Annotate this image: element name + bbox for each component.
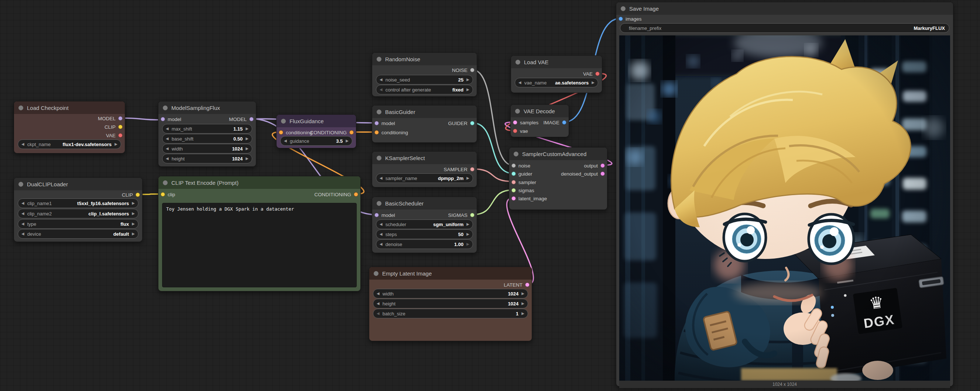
latent-port-dot[interactable]	[513, 120, 517, 125]
left-arrow-icon[interactable]: ◀	[21, 222, 24, 226]
left-arrow-icon[interactable]: ◀	[21, 201, 24, 205]
output-clip[interactable]: CLIP	[105, 123, 123, 130]
collapse-dot-icon[interactable]	[19, 182, 23, 187]
left-arrow-icon[interactable]: ◀	[380, 78, 383, 82]
node-header[interactable]: VAE Decode	[511, 105, 569, 117]
node-header[interactable]: FluxGuidance	[277, 115, 356, 127]
input-conditioning[interactable]: conditioning	[279, 129, 312, 136]
input-guider[interactable]: guider	[511, 170, 533, 177]
latent-output-port-dot[interactable]	[600, 171, 605, 176]
output-vae[interactable]: VAE	[583, 70, 600, 77]
vae-port-dot[interactable]	[595, 71, 600, 76]
node-load-checkpoint[interactable]: Load Checkpoint MODEL CLIP VAE ◀ ckpt_na…	[14, 101, 125, 154]
output-guider[interactable]: GUIDER	[448, 120, 474, 127]
right-arrow-icon[interactable]: ▶	[466, 78, 469, 82]
node-graph-canvas[interactable]: Load Checkpoint MODEL CLIP VAE ◀ ckpt_na…	[0, 0, 980, 391]
input-model[interactable]: model	[374, 212, 395, 218]
widget-max-shift[interactable]: ◀ max_shift 1.15 ▶	[162, 124, 252, 133]
output-model[interactable]: MODEL	[229, 116, 254, 122]
widget-clip-name1[interactable]: ◀ clip_name1 t5xxl_fp16.safetensors ▶	[18, 198, 138, 208]
noise-port-dot[interactable]	[470, 68, 474, 72]
node-load-vae[interactable]: Load VAE VAE ◀ vae_name ae.safetensors ▶	[511, 55, 602, 93]
left-arrow-icon[interactable]: ◀	[377, 312, 380, 315]
node-header[interactable]: BasicGuider	[372, 106, 477, 118]
widget-steps[interactable]: ◀ steps 50 ▶	[376, 230, 473, 239]
node-vae-decode[interactable]: VAE Decode samples vae IMAGE	[510, 104, 569, 137]
right-arrow-icon[interactable]: ▶	[522, 312, 524, 315]
left-arrow-icon[interactable]: ◀	[166, 157, 169, 160]
right-arrow-icon[interactable]: ▶	[466, 176, 469, 180]
right-arrow-icon[interactable]: ▶	[132, 212, 135, 215]
collapse-dot-icon[interactable]	[377, 109, 382, 114]
sigmas-port-dot[interactable]	[511, 188, 516, 193]
node-ksampler-select[interactable]: KSamplerSelect SAMPLER ◀ sampler_name dp…	[372, 151, 477, 187]
widget-device[interactable]: ◀ device default ▶	[18, 229, 138, 239]
model-port-dot[interactable]	[374, 213, 379, 217]
latent-port-dot[interactable]	[525, 283, 530, 287]
conditioning-port-dot[interactable]	[354, 192, 358, 196]
latent-port-dot[interactable]	[511, 196, 516, 201]
guider-port-dot[interactable]	[511, 171, 516, 176]
collapse-dot-icon[interactable]	[377, 201, 382, 206]
left-arrow-icon[interactable]: ◀	[21, 142, 24, 146]
model-port-dot[interactable]	[374, 121, 379, 125]
node-header[interactable]: KSamplerSelect	[372, 152, 477, 164]
right-arrow-icon[interactable]: ▶	[466, 242, 469, 246]
collapse-dot-icon[interactable]	[374, 271, 379, 276]
widget-base-shift[interactable]: ◀ base_shift 0.50 ▶	[162, 134, 252, 144]
right-arrow-icon[interactable]: ▶	[115, 142, 118, 146]
node-flux-guidance[interactable]: FluxGuidance conditioning CONDITIONING ◀…	[276, 114, 356, 148]
node-model-sampling-flux[interactable]: ModelSamplingFlux model MODEL ◀ max_shif…	[158, 101, 256, 167]
model-port-dot[interactable]	[161, 117, 165, 121]
right-arrow-icon[interactable]: ▶	[132, 201, 135, 205]
output-clip[interactable]: CLIP	[122, 192, 140, 198]
node-header[interactable]: SamplerCustomAdvanced	[509, 147, 607, 160]
left-arrow-icon[interactable]: ◀	[380, 222, 383, 226]
conditioning-port-dot[interactable]	[349, 130, 354, 135]
left-arrow-icon[interactable]: ◀	[380, 176, 383, 180]
right-arrow-icon[interactable]: ▶	[132, 232, 135, 236]
left-arrow-icon[interactable]: ◀	[519, 81, 522, 84]
sampler-port-dot[interactable]	[511, 180, 516, 184]
output-image[interactable]: IMAGE	[543, 119, 566, 126]
node-header[interactable]: CLIP Text Encode (Prompt)	[158, 176, 360, 189]
right-arrow-icon[interactable]: ▶	[245, 137, 248, 141]
input-model[interactable]: model	[374, 120, 395, 127]
clip-port-dot[interactable]	[161, 192, 165, 196]
node-header[interactable]: DualCLIPLoader	[14, 178, 142, 190]
output-noise[interactable]: NOISE	[452, 67, 474, 73]
widget-filename-prefix[interactable]: filename_prefix MarkuryFLUX	[620, 23, 949, 33]
right-arrow-icon[interactable]: ▶	[245, 147, 248, 150]
right-arrow-icon[interactable]: ▶	[132, 222, 135, 226]
widget-batch-size[interactable]: ◀ batch_size 1 ▶	[373, 309, 528, 318]
sigmas-port-dot[interactable]	[470, 213, 474, 217]
sampler-port-dot[interactable]	[470, 167, 474, 171]
left-arrow-icon[interactable]: ◀	[21, 232, 24, 236]
prompt-textarea[interactable]: Toy Jensen holding a DGX Spark in a data…	[162, 203, 357, 287]
collapse-dot-icon[interactable]	[19, 106, 23, 110]
node-header[interactable]: BasicScheduler	[372, 197, 477, 209]
left-arrow-icon[interactable]: ◀	[377, 292, 380, 296]
widget-denoise[interactable]: ◀ denoise 1.00 ▶	[376, 239, 473, 249]
input-model[interactable]: model	[161, 116, 181, 122]
left-arrow-icon[interactable]: ◀	[166, 127, 169, 131]
node-dual-clip-loader[interactable]: DualCLIPLoader CLIP ◀ clip_name1 t5xxl_f…	[14, 177, 143, 242]
node-clip-text-encode[interactable]: CLIP Text Encode (Prompt) clip CONDITION…	[158, 176, 361, 291]
widget-type[interactable]: ◀ type flux ▶	[18, 219, 138, 229]
widget-width[interactable]: ◀ width 1024 ▶	[373, 289, 528, 298]
output-sampler[interactable]: SAMPLER	[444, 166, 474, 173]
widget-control-after-generate[interactable]: ◀ control after generate fixed ▶	[376, 85, 473, 95]
right-arrow-icon[interactable]: ▶	[466, 88, 469, 92]
model-port-dot[interactable]	[118, 116, 123, 120]
widget-height[interactable]: ◀ height 1024 ▶	[162, 154, 252, 163]
vae-port-dot[interactable]	[513, 129, 517, 133]
widget-noise-seed[interactable]: ◀ noise_seed 25 ▶	[376, 75, 473, 84]
clip-port-dot[interactable]	[135, 193, 140, 197]
input-latent-image[interactable]: latent_image	[511, 195, 547, 202]
node-save-image[interactable]: Save Image images filename_prefix Markur…	[616, 2, 953, 386]
right-arrow-icon[interactable]: ▶	[466, 233, 469, 236]
noise-port-dot[interactable]	[511, 163, 516, 168]
collapse-dot-icon[interactable]	[515, 60, 520, 65]
left-arrow-icon[interactable]: ◀	[377, 302, 380, 306]
input-sigmas[interactable]: sigmas	[511, 187, 534, 194]
